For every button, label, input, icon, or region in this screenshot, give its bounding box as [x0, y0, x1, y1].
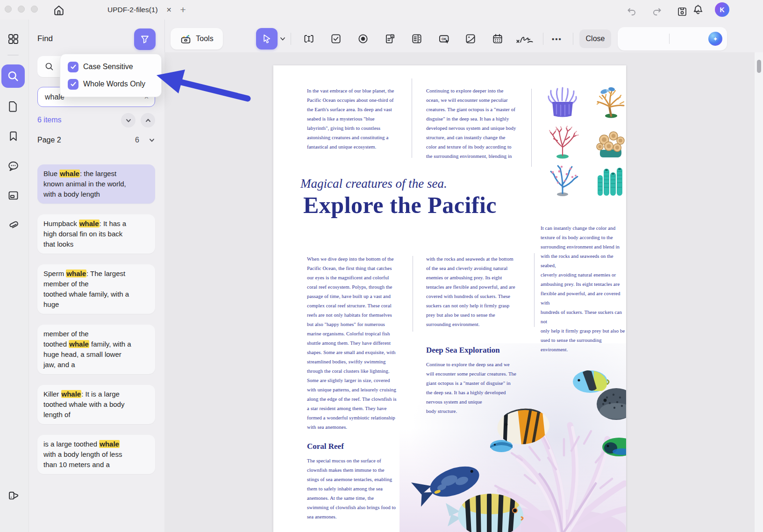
doc-paragraph-mid1: When we dive deep into the bottom of the… [307, 254, 405, 432]
select-tool-chevron[interactable] [279, 35, 286, 42]
swatches-button[interactable] [7, 489, 20, 502]
updf-window: UPDF-2-files(1) ✕ + K [0, 0, 763, 532]
image-field-tool[interactable] [461, 29, 480, 48]
doc-column-divider [413, 256, 413, 332]
date-field-tool[interactable] [488, 29, 507, 48]
search-result-item[interactable]: is a large toothed whale with a body len… [37, 435, 155, 474]
doc-heading-deep-sea: Deep Sea Exploration [426, 346, 500, 355]
filter-funnel-icon [139, 34, 150, 45]
calendar-icon [492, 33, 504, 45]
next-result-button[interactable] [121, 113, 135, 128]
note-field-tool[interactable] [381, 29, 399, 48]
match-highlight: whale [79, 220, 100, 227]
new-tab-icon[interactable]: + [180, 4, 185, 15]
titlebar: UPDF-2-files(1) ✕ + K [0, 0, 763, 20]
page-group-label: Page 2 [37, 136, 61, 144]
left-rail [0, 20, 29, 532]
signature-tool[interactable] [514, 29, 535, 48]
pages-panel-button[interactable] [7, 100, 20, 113]
check-icon [70, 81, 77, 87]
page-group-row[interactable]: Page 2 6 [37, 135, 155, 148]
previous-result-button[interactable] [141, 113, 155, 128]
ai-assistant-button[interactable]: ✦ [708, 32, 722, 46]
toolbar-divider [543, 33, 543, 45]
apps-grid-button[interactable] [7, 33, 20, 45]
coral-illustration-anemone [546, 85, 579, 119]
traffic-light-zoom[interactable] [31, 6, 38, 13]
select-tool-button[interactable] [256, 28, 278, 50]
tools-button[interactable]: Tools [171, 28, 223, 50]
coral-illustration-cup-coral [594, 126, 626, 159]
avatar[interactable]: K [715, 2, 729, 17]
bookmarks-panel-button[interactable] [7, 130, 20, 142]
page-icon [7, 100, 20, 113]
case-sensitive-checkbox[interactable] [68, 62, 78, 72]
match-highlight: whale [66, 270, 86, 277]
doc-headline-italic: Magical creatures of the sea. [300, 177, 447, 191]
whole-words-option[interactable]: Whole Words Only [68, 76, 161, 92]
viewer-scrollbar[interactable] [755, 52, 763, 532]
scrollbar-thumb[interactable] [757, 60, 761, 73]
rail-divider [7, 55, 19, 56]
whole-words-checkbox[interactable] [68, 79, 78, 90]
fish-butterflyfish-blue [573, 370, 609, 393]
doc-paragraph-col3: It can instantly change the color and te… [541, 223, 626, 354]
bookmark-icon [7, 130, 20, 142]
cursor-icon [261, 33, 272, 44]
radio-button-icon [357, 33, 369, 45]
checkbox-field-tool[interactable] [327, 29, 345, 48]
traffic-light-close[interactable] [5, 6, 12, 13]
search-result-item[interactable]: Blue whale: the largest known animal in … [37, 164, 155, 204]
doc-paragraph-mid2: with the rocks and seaweeds at the botto… [426, 254, 524, 329]
save-button[interactable] [677, 6, 688, 17]
undo-button[interactable] [626, 6, 637, 17]
traffic-light-minimize[interactable] [18, 6, 25, 13]
doc-column-divider [412, 78, 412, 158]
close-button[interactable]: Close [579, 29, 611, 48]
match-highlight: whale [61, 390, 82, 398]
search-result-item[interactable]: Humpback whale: It has a high dorsal fin… [37, 214, 155, 254]
collapse-group-icon[interactable] [149, 137, 155, 143]
text-field-tool[interactable] [299, 29, 318, 48]
pink-coral [495, 425, 626, 532]
result-text: Humpback [43, 220, 79, 227]
whole-words-label: Whole Words Only [83, 80, 145, 88]
fish-pufferfish [597, 388, 626, 420]
search-filter-button[interactable] [134, 28, 156, 50]
home-button[interactable] [52, 4, 65, 17]
search-result-item[interactable]: member of the toothed whale family, with… [37, 325, 155, 374]
doc-heading-coral-reef: Coral Reef [307, 442, 344, 451]
list-box-field-tool[interactable] [407, 29, 426, 48]
radio-button-field-tool[interactable] [354, 29, 372, 48]
comments-panel-button[interactable] [7, 160, 20, 172]
fish-surgeonfish [411, 460, 483, 508]
match-highlight: whale [69, 340, 89, 348]
more-tools-button[interactable]: ••• [548, 29, 566, 48]
undo-icon [626, 6, 637, 17]
result-text: is a large toothed [43, 440, 99, 448]
attachments-panel-button[interactable] [7, 219, 20, 232]
save-icon [677, 6, 688, 17]
fish-sergeant-major [446, 492, 523, 532]
snapshot-panel-button[interactable] [7, 189, 20, 202]
search-result-item[interactable]: Sperm whale: The largest member of the t… [37, 264, 155, 314]
case-sensitive-label: Case Sensitive [83, 63, 133, 71]
home-icon [52, 4, 65, 17]
note-field-icon [384, 33, 396, 45]
comment-icon [7, 160, 20, 172]
list-box-icon [411, 33, 423, 45]
fish-green [602, 438, 626, 456]
tab-close-icon[interactable]: ✕ [166, 6, 172, 14]
result-text: with a body length of less than 10 meter… [43, 450, 122, 468]
document-tab[interactable]: UPDF-2-files(1) ✕ + [107, 0, 186, 20]
search-result-item[interactable]: Killer whale: It is a large toothed whal… [37, 385, 155, 424]
doc-paragraph-col1: In the vast embrace of our blue planet, … [307, 86, 405, 151]
search-results-list: Blue whale: the largest known animal in … [37, 164, 155, 485]
case-sensitive-option[interactable]: Case Sensitive [68, 59, 161, 75]
apps-grid-icon [7, 33, 20, 45]
search-panel-button[interactable] [1, 64, 25, 88]
chevron-up-icon [145, 117, 151, 124]
push-button-field-tool[interactable]: OK [435, 29, 453, 48]
redo-button[interactable] [651, 6, 663, 17]
save-options-chevron[interactable] [693, 8, 705, 19]
